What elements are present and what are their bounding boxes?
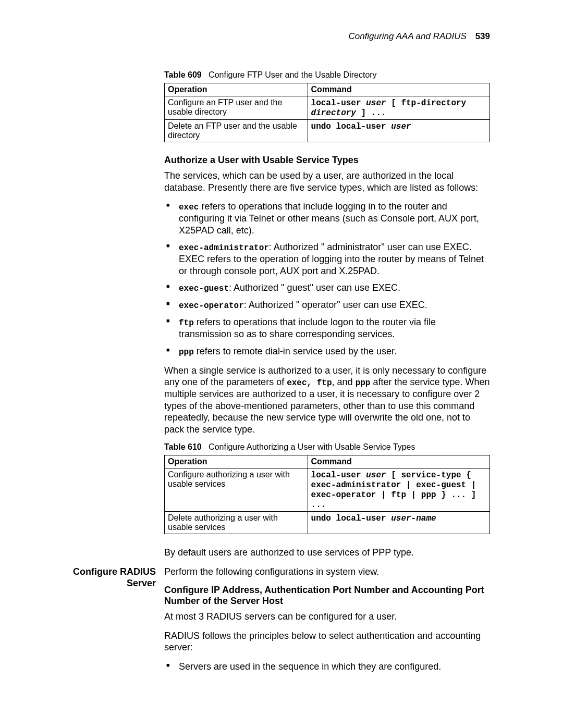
col-operation: Operation [165, 455, 308, 468]
page: Configuring AAA and RADIUS 539 Table 609… [0, 0, 563, 728]
list-item: Servers are used in the sequence in whic… [164, 661, 490, 673]
section-body: Perform the following configurations in … [164, 566, 490, 680]
side-heading: Configure RADIUS Server [73, 566, 164, 589]
table-609: Operation Command Configure an FTP user … [164, 83, 490, 142]
list-item: exec-guest: Authorized " guest" user can… [164, 282, 490, 294]
col-operation: Operation [165, 83, 308, 96]
heading-ip-port: Configure IP Address, Authentication Por… [164, 585, 490, 607]
table-row: Configure authorizing a user with usable… [165, 468, 490, 512]
col-command: Command [308, 83, 489, 96]
para-max-servers: At most 3 RADIUS servers can be configur… [164, 611, 490, 623]
heading-authorize: Authorize a User with Usable Service Typ… [164, 155, 490, 166]
cell-command: undo local-user user-name [308, 512, 489, 534]
cell-operation: Delete an FTP user and the usable direct… [165, 120, 308, 142]
principles-list: Servers are used in the sequence in whic… [164, 661, 490, 673]
table-610-caption: Table 610 Configure Authorizing a User w… [164, 442, 490, 452]
para-single-service: When a single service is authorized to a… [164, 365, 490, 436]
table-610: Operation Command Configure authorizing … [164, 455, 490, 534]
service-type-list: exec refers to operations that include l… [164, 201, 490, 357]
table-row: Delete an FTP user and the usable direct… [165, 120, 490, 142]
list-item: ftp refers to operations that include lo… [164, 316, 490, 340]
table-header-row: Operation Command [165, 455, 490, 468]
para-principles: RADIUS follows the principles below to s… [164, 630, 490, 653]
running-header: Configuring AAA and RADIUS 539 [73, 31, 490, 42]
para-default: By default users are authorized to use s… [164, 547, 490, 559]
cell-operation: Configure an FTP user and the usable dir… [165, 96, 308, 120]
col-command: Command [308, 455, 489, 468]
table-label: Table 610 [164, 442, 202, 451]
para-intro: The services, which can be used by a use… [164, 170, 490, 193]
list-item: ppp refers to remote dial-in service use… [164, 346, 490, 357]
main-column: Table 609 Configure FTP User and the Usa… [164, 70, 490, 559]
list-item: exec-administrator: Authorized " adminis… [164, 241, 490, 277]
cell-operation: Delete authorizing a user with usable se… [165, 512, 308, 534]
cell-command: undo local-user user [308, 120, 489, 142]
table-header-row: Operation Command [165, 83, 490, 96]
cell-command: local-user user [ service-type { exec-ad… [308, 468, 489, 512]
table-label: Table 609 [164, 70, 202, 79]
table-row: Delete authorizing a user with usable se… [165, 512, 490, 534]
section-configure-radius: Configure RADIUS Server Perform the foll… [73, 566, 490, 680]
table-caption-text: Configure Authorizing a User with Usable… [209, 442, 415, 451]
list-item: exec refers to operations that include l… [164, 201, 490, 236]
table-row: Configure an FTP user and the usable dir… [165, 96, 490, 120]
list-item: exec-operator: Authorized " operator" us… [164, 299, 490, 311]
cell-command: local-user user [ ftp-directory director… [308, 96, 489, 120]
section-title: Configuring AAA and RADIUS [348, 31, 466, 41]
page-number: 539 [475, 31, 490, 41]
cell-operation: Configure authorizing a user with usable… [165, 468, 308, 512]
table-609-caption: Table 609 Configure FTP User and the Usa… [164, 70, 490, 80]
table-caption-text: Configure FTP User and the Usable Direct… [209, 70, 377, 79]
para-lead: Perform the following configurations in … [164, 566, 490, 578]
